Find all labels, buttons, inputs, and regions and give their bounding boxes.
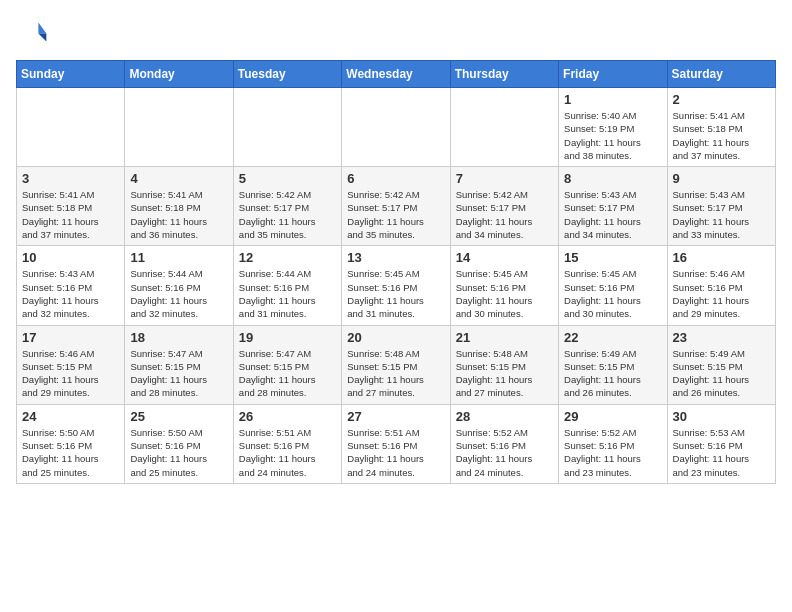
calendar-cell: 1Sunrise: 5:40 AMSunset: 5:19 PMDaylight… xyxy=(559,88,667,167)
day-info: Sunrise: 5:51 AMSunset: 5:16 PMDaylight:… xyxy=(239,426,336,479)
calendar-cell: 12Sunrise: 5:44 AMSunset: 5:16 PMDayligh… xyxy=(233,246,341,325)
calendar-cell: 20Sunrise: 5:48 AMSunset: 5:15 PMDayligh… xyxy=(342,325,450,404)
day-number: 29 xyxy=(564,409,661,424)
day-info: Sunrise: 5:53 AMSunset: 5:16 PMDaylight:… xyxy=(673,426,770,479)
page-header xyxy=(16,16,776,48)
day-number: 19 xyxy=(239,330,336,345)
day-number: 1 xyxy=(564,92,661,107)
day-info: Sunrise: 5:45 AMSunset: 5:16 PMDaylight:… xyxy=(347,267,444,320)
logo xyxy=(16,16,52,48)
weekday-header-saturday: Saturday xyxy=(667,61,775,88)
day-number: 15 xyxy=(564,250,661,265)
day-number: 28 xyxy=(456,409,553,424)
day-info: Sunrise: 5:51 AMSunset: 5:16 PMDaylight:… xyxy=(347,426,444,479)
calendar-cell: 13Sunrise: 5:45 AMSunset: 5:16 PMDayligh… xyxy=(342,246,450,325)
calendar-cell: 28Sunrise: 5:52 AMSunset: 5:16 PMDayligh… xyxy=(450,404,558,483)
day-info: Sunrise: 5:44 AMSunset: 5:16 PMDaylight:… xyxy=(239,267,336,320)
calendar-week-row: 1Sunrise: 5:40 AMSunset: 5:19 PMDaylight… xyxy=(17,88,776,167)
day-number: 14 xyxy=(456,250,553,265)
calendar-week-row: 3Sunrise: 5:41 AMSunset: 5:18 PMDaylight… xyxy=(17,167,776,246)
logo-icon xyxy=(16,16,48,48)
calendar-table: SundayMondayTuesdayWednesdayThursdayFrid… xyxy=(16,60,776,484)
day-info: Sunrise: 5:46 AMSunset: 5:15 PMDaylight:… xyxy=(22,347,119,400)
day-number: 13 xyxy=(347,250,444,265)
calendar-cell: 16Sunrise: 5:46 AMSunset: 5:16 PMDayligh… xyxy=(667,246,775,325)
calendar-cell: 10Sunrise: 5:43 AMSunset: 5:16 PMDayligh… xyxy=(17,246,125,325)
day-number: 30 xyxy=(673,409,770,424)
day-number: 11 xyxy=(130,250,227,265)
day-info: Sunrise: 5:42 AMSunset: 5:17 PMDaylight:… xyxy=(456,188,553,241)
calendar-cell: 5Sunrise: 5:42 AMSunset: 5:17 PMDaylight… xyxy=(233,167,341,246)
day-info: Sunrise: 5:50 AMSunset: 5:16 PMDaylight:… xyxy=(22,426,119,479)
calendar-body: 1Sunrise: 5:40 AMSunset: 5:19 PMDaylight… xyxy=(17,88,776,484)
day-number: 23 xyxy=(673,330,770,345)
weekday-header-wednesday: Wednesday xyxy=(342,61,450,88)
calendar-cell: 8Sunrise: 5:43 AMSunset: 5:17 PMDaylight… xyxy=(559,167,667,246)
calendar-cell xyxy=(450,88,558,167)
day-number: 10 xyxy=(22,250,119,265)
calendar-cell xyxy=(233,88,341,167)
calendar-cell: 19Sunrise: 5:47 AMSunset: 5:15 PMDayligh… xyxy=(233,325,341,404)
day-number: 2 xyxy=(673,92,770,107)
calendar-cell: 29Sunrise: 5:52 AMSunset: 5:16 PMDayligh… xyxy=(559,404,667,483)
day-number: 20 xyxy=(347,330,444,345)
calendar-cell: 15Sunrise: 5:45 AMSunset: 5:16 PMDayligh… xyxy=(559,246,667,325)
day-info: Sunrise: 5:52 AMSunset: 5:16 PMDaylight:… xyxy=(564,426,661,479)
day-info: Sunrise: 5:47 AMSunset: 5:15 PMDaylight:… xyxy=(130,347,227,400)
day-info: Sunrise: 5:49 AMSunset: 5:15 PMDaylight:… xyxy=(673,347,770,400)
calendar-cell: 25Sunrise: 5:50 AMSunset: 5:16 PMDayligh… xyxy=(125,404,233,483)
day-number: 22 xyxy=(564,330,661,345)
calendar-cell: 3Sunrise: 5:41 AMSunset: 5:18 PMDaylight… xyxy=(17,167,125,246)
weekday-header-sunday: Sunday xyxy=(17,61,125,88)
day-number: 17 xyxy=(22,330,119,345)
day-info: Sunrise: 5:43 AMSunset: 5:17 PMDaylight:… xyxy=(673,188,770,241)
day-info: Sunrise: 5:41 AMSunset: 5:18 PMDaylight:… xyxy=(673,109,770,162)
calendar-header: SundayMondayTuesdayWednesdayThursdayFrid… xyxy=(17,61,776,88)
day-number: 3 xyxy=(22,171,119,186)
calendar-cell: 30Sunrise: 5:53 AMSunset: 5:16 PMDayligh… xyxy=(667,404,775,483)
day-info: Sunrise: 5:43 AMSunset: 5:16 PMDaylight:… xyxy=(22,267,119,320)
calendar-cell: 26Sunrise: 5:51 AMSunset: 5:16 PMDayligh… xyxy=(233,404,341,483)
day-info: Sunrise: 5:40 AMSunset: 5:19 PMDaylight:… xyxy=(564,109,661,162)
weekday-header-row: SundayMondayTuesdayWednesdayThursdayFrid… xyxy=(17,61,776,88)
day-info: Sunrise: 5:41 AMSunset: 5:18 PMDaylight:… xyxy=(22,188,119,241)
day-info: Sunrise: 5:47 AMSunset: 5:15 PMDaylight:… xyxy=(239,347,336,400)
calendar-cell: 22Sunrise: 5:49 AMSunset: 5:15 PMDayligh… xyxy=(559,325,667,404)
calendar-cell: 6Sunrise: 5:42 AMSunset: 5:17 PMDaylight… xyxy=(342,167,450,246)
day-number: 9 xyxy=(673,171,770,186)
day-number: 26 xyxy=(239,409,336,424)
calendar-cell: 14Sunrise: 5:45 AMSunset: 5:16 PMDayligh… xyxy=(450,246,558,325)
day-number: 21 xyxy=(456,330,553,345)
day-info: Sunrise: 5:48 AMSunset: 5:15 PMDaylight:… xyxy=(347,347,444,400)
calendar-cell: 21Sunrise: 5:48 AMSunset: 5:15 PMDayligh… xyxy=(450,325,558,404)
calendar-week-row: 17Sunrise: 5:46 AMSunset: 5:15 PMDayligh… xyxy=(17,325,776,404)
calendar-cell xyxy=(342,88,450,167)
day-number: 18 xyxy=(130,330,227,345)
calendar-cell: 27Sunrise: 5:51 AMSunset: 5:16 PMDayligh… xyxy=(342,404,450,483)
calendar-week-row: 24Sunrise: 5:50 AMSunset: 5:16 PMDayligh… xyxy=(17,404,776,483)
calendar-cell: 4Sunrise: 5:41 AMSunset: 5:18 PMDaylight… xyxy=(125,167,233,246)
day-number: 12 xyxy=(239,250,336,265)
calendar-cell: 23Sunrise: 5:49 AMSunset: 5:15 PMDayligh… xyxy=(667,325,775,404)
day-info: Sunrise: 5:50 AMSunset: 5:16 PMDaylight:… xyxy=(130,426,227,479)
day-info: Sunrise: 5:43 AMSunset: 5:17 PMDaylight:… xyxy=(564,188,661,241)
day-info: Sunrise: 5:48 AMSunset: 5:15 PMDaylight:… xyxy=(456,347,553,400)
day-number: 16 xyxy=(673,250,770,265)
day-info: Sunrise: 5:49 AMSunset: 5:15 PMDaylight:… xyxy=(564,347,661,400)
calendar-cell xyxy=(17,88,125,167)
calendar-cell: 17Sunrise: 5:46 AMSunset: 5:15 PMDayligh… xyxy=(17,325,125,404)
day-number: 24 xyxy=(22,409,119,424)
day-number: 8 xyxy=(564,171,661,186)
calendar-cell: 18Sunrise: 5:47 AMSunset: 5:15 PMDayligh… xyxy=(125,325,233,404)
calendar-cell: 11Sunrise: 5:44 AMSunset: 5:16 PMDayligh… xyxy=(125,246,233,325)
day-number: 4 xyxy=(130,171,227,186)
day-info: Sunrise: 5:45 AMSunset: 5:16 PMDaylight:… xyxy=(564,267,661,320)
day-number: 6 xyxy=(347,171,444,186)
svg-marker-0 xyxy=(38,22,46,33)
day-number: 7 xyxy=(456,171,553,186)
weekday-header-thursday: Thursday xyxy=(450,61,558,88)
day-info: Sunrise: 5:52 AMSunset: 5:16 PMDaylight:… xyxy=(456,426,553,479)
svg-marker-1 xyxy=(38,34,46,42)
calendar-cell: 2Sunrise: 5:41 AMSunset: 5:18 PMDaylight… xyxy=(667,88,775,167)
day-number: 25 xyxy=(130,409,227,424)
